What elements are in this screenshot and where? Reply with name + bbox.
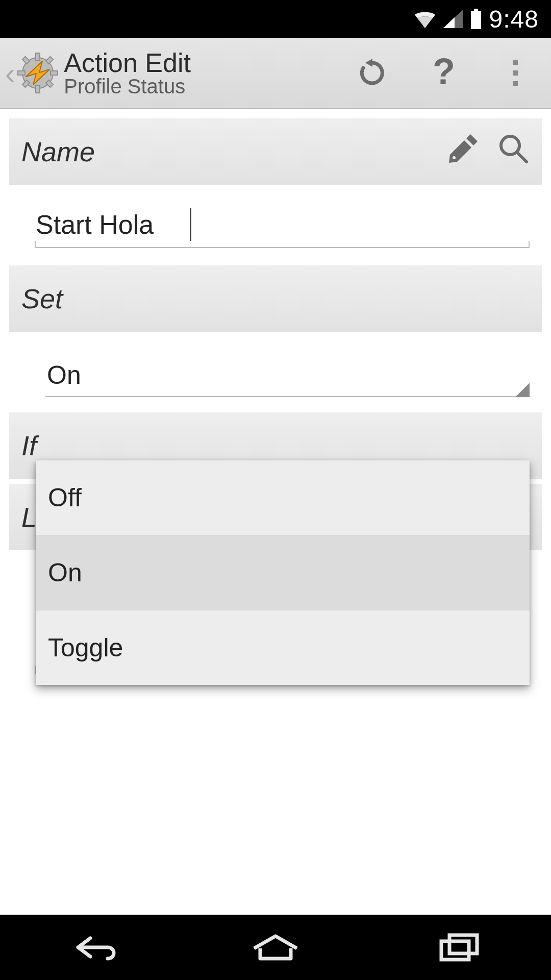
set-selected-value: On [47, 361, 81, 389]
svg-rect-13 [513, 70, 518, 76]
app-icon[interactable] [17, 52, 59, 94]
nav-bar [0, 915, 551, 980]
status-bar: 9:48 [0, 0, 551, 38]
text-cursor [190, 208, 191, 241]
dropdown-option-toggle[interactable]: Toggle [36, 610, 530, 685]
svg-rect-12 [513, 60, 518, 65]
name-section-header: Name [9, 118, 542, 185]
dropdown-caret-icon [515, 383, 530, 397]
name-section-label: Name [21, 136, 95, 167]
svg-rect-7 [22, 57, 30, 64]
dropdown-option-on[interactable]: On [36, 535, 530, 610]
label-section-label: L [21, 501, 37, 533]
set-section-label: Set [21, 283, 63, 314]
status-clock: 9:48 [489, 5, 539, 33]
cell-signal-icon [443, 10, 463, 28]
svg-rect-0 [474, 9, 478, 11]
back-caret-icon[interactable]: ‹ [4, 56, 17, 90]
if-section-label: If [21, 430, 37, 461]
set-dropdown[interactable]: On [45, 356, 530, 397]
battery-icon [470, 9, 482, 29]
set-dropdown-popup: Off On Toggle [36, 460, 530, 685]
overflow-menu-button[interactable] [480, 37, 551, 109]
tag-edit-icon[interactable] [447, 132, 480, 171]
svg-rect-6 [51, 71, 58, 75]
action-bar: ‹ Action Edit Profile [0, 38, 551, 109]
search-icon[interactable] [497, 132, 530, 171]
action-bar-titles: Action Edit Profile Status [64, 49, 337, 97]
nav-back-button[interactable] [41, 915, 143, 980]
wifi-icon [414, 10, 436, 28]
svg-rect-5 [18, 71, 25, 75]
svg-rect-1 [471, 11, 481, 29]
nav-home-button[interactable] [224, 915, 327, 980]
name-input[interactable] [35, 204, 530, 248]
svg-point-15 [453, 156, 456, 159]
svg-rect-4 [36, 86, 40, 93]
refresh-button[interactable] [337, 37, 408, 109]
svg-rect-14 [513, 81, 518, 86]
nav-recent-button[interactable] [408, 915, 510, 980]
page-subtitle: Profile Status [64, 76, 337, 97]
svg-rect-19 [449, 935, 477, 953]
help-button[interactable]: ? [408, 37, 480, 109]
svg-text:?: ? [433, 55, 455, 91]
set-section-header: Set [9, 265, 542, 332]
svg-rect-9 [46, 57, 53, 64]
dropdown-option-off[interactable]: Off [36, 460, 530, 535]
svg-line-17 [517, 153, 527, 162]
svg-rect-18 [441, 941, 469, 960]
page-title: Action Edit [64, 49, 337, 77]
name-input-wrap [35, 204, 530, 248]
svg-rect-3 [36, 53, 40, 60]
